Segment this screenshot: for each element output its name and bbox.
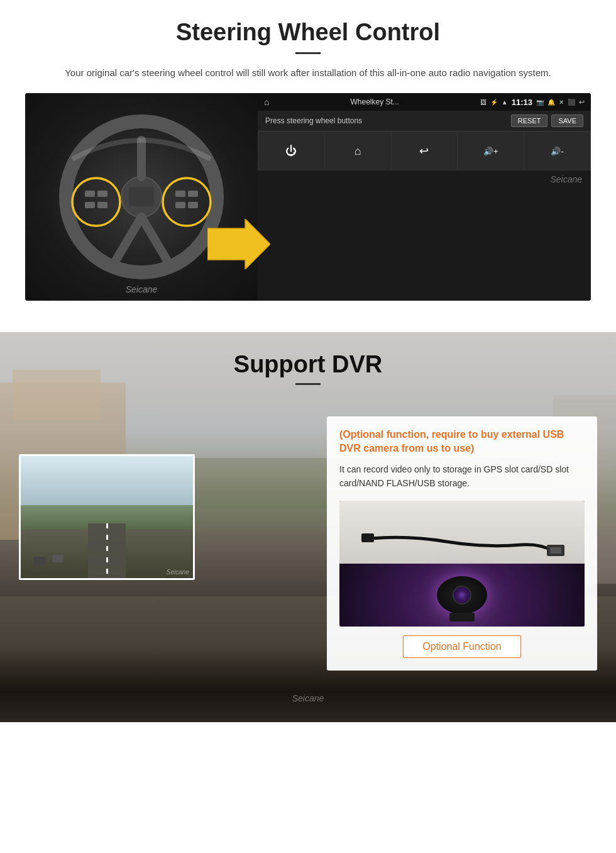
dvr-optional-text: (Optional function, require to buy exter… (339, 428, 585, 456)
title-divider (295, 52, 321, 54)
image-icon: 🖼 (480, 99, 487, 106)
vol-down-icon: 🔊- (551, 147, 563, 156)
steering-section: Steering Wheel Control Your original car… (0, 0, 616, 313)
close-icon: ✕ (559, 99, 564, 106)
svg-marker-16 (207, 219, 270, 269)
inset-road-center (88, 523, 126, 578)
inset-car1 (33, 557, 46, 566)
inset-sky (21, 456, 193, 511)
camera-icon: 📷 (536, 99, 544, 106)
swc-vol-up-button[interactable]: 🔊+ (458, 132, 524, 170)
svg-line-3 (113, 217, 141, 265)
swc-vol-down-button[interactable]: 🔊- (524, 132, 590, 170)
inset-road-stripe (106, 523, 108, 578)
save-button[interactable]: SAVE (551, 114, 583, 127)
svg-point-6 (163, 178, 211, 226)
svg-rect-11 (175, 191, 185, 197)
dvr-title-area: Support DVR (0, 332, 616, 391)
vol-up-icon: 🔊+ (483, 147, 498, 156)
wifi-icon: ▲ (502, 99, 508, 106)
swc-back-button[interactable]: ↩ (392, 132, 458, 170)
dvr-inset-road-image: Seicane (19, 454, 195, 580)
android-swc-panel: ⌂ Wheelkey St... 🖼 ⚡ ▲ 11:13 📷 🔔 ✕ ⬛ ↩ P… (258, 93, 591, 301)
back-nav-icon[interactable]: ↩ (579, 98, 585, 106)
swc-instruction-bar: Press steering wheel buttons RESET SAVE (258, 111, 591, 131)
reset-button[interactable]: RESET (511, 114, 548, 127)
power-icon: ⏻ (285, 145, 297, 158)
svg-rect-10 (97, 202, 107, 208)
app-title: Wheelkey St... (273, 98, 476, 106)
steering-wheel-photo: Seicane (25, 93, 258, 301)
dvr-camera-body (437, 576, 487, 614)
steering-composite-image: Seicane ⌂ Wheelkey St... 🖼 ⚡ ▲ 11:13 📷 🔔… (25, 93, 591, 301)
svg-rect-13 (175, 202, 185, 208)
usb-icon: ⚡ (490, 99, 498, 106)
dvr-description: It can record video only to storage in G… (339, 462, 585, 491)
swc-instruction-text: Press steering wheel buttons (265, 116, 362, 125)
dvr-content-area: Seicane (Optional function, require to b… (0, 404, 616, 683)
steering-description: Your original car's steering wheel contr… (50, 65, 566, 81)
yellow-arrow-icon (207, 219, 270, 269)
android-home-icon[interactable]: ⌂ (264, 97, 269, 107)
volume-icon: 🔔 (547, 99, 555, 106)
screen-icon: ⬛ (568, 99, 575, 106)
svg-point-5 (72, 178, 120, 226)
dvr-camera-image (339, 501, 585, 627)
steering-title: Steering Wheel Control (25, 19, 591, 46)
swc-buttons-grid: ⏻ ⌂ ↩ 🔊+ 🔊- (258, 131, 591, 170)
seicane-watermark-android: Seicane (258, 170, 591, 188)
svg-rect-18 (550, 547, 561, 554)
dvr-title: Support DVR (0, 351, 616, 378)
swc-action-buttons: RESET SAVE (507, 114, 583, 127)
svg-rect-8 (97, 191, 107, 197)
optional-function-button[interactable]: Optional Function (403, 635, 520, 658)
svg-rect-12 (188, 191, 198, 197)
svg-rect-19 (361, 533, 374, 542)
seicane-watermark-dvr: Seicane (292, 693, 324, 703)
swc-home-button[interactable]: ⌂ (325, 132, 391, 170)
status-time: 11:13 (512, 98, 532, 107)
home-icon: ⌂ (355, 145, 361, 158)
dvr-title-divider (295, 383, 321, 385)
dvr-section: Support DVR Seicane (Optional function, … (0, 332, 616, 722)
swc-power-button[interactable]: ⏻ (258, 132, 324, 170)
svg-line-4 (141, 217, 170, 265)
dvr-camera-mount (449, 613, 475, 622)
svg-rect-15 (129, 187, 154, 206)
android-statusbar: ⌂ Wheelkey St... 🖼 ⚡ ▲ 11:13 📷 🔔 ✕ ⬛ ↩ (258, 93, 591, 111)
seicane-watermark-steering: Seicane (126, 284, 158, 294)
seicane-inset-watermark: Seicane (167, 569, 189, 576)
back-icon: ↩ (419, 144, 429, 158)
steering-wheel-svg (53, 109, 229, 285)
svg-rect-7 (85, 191, 95, 197)
inset-car2 (52, 555, 63, 562)
svg-rect-9 (85, 202, 95, 208)
dvr-lens (453, 586, 471, 605)
dvr-info-card: (Optional function, require to buy exter… (327, 416, 597, 671)
svg-rect-14 (188, 202, 198, 208)
